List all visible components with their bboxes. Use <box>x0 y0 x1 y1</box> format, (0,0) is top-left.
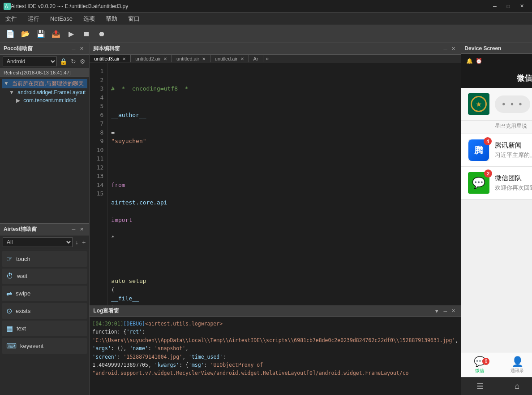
log-minimize-btn[interactable]: ─ <box>442 308 449 314</box>
menu-item-文件[interactable]: 文件 <box>0 13 22 25</box>
log-line-3: 'C:\\Users\\suyuchen\\AppData\\Local\\Te… <box>92 336 458 353</box>
poco-settings-btn[interactable]: ⚙ <box>79 57 86 66</box>
poco-refresh-info: Refresh:[2018-06-13 16:41:47] <box>0 69 89 77</box>
menubar: 文件运行NetEase选项帮助窗口 <box>0 13 532 25</box>
poco-lock-btn[interactable]: 🔒 <box>59 57 68 66</box>
close-tab-untitled-b[interactable]: ✕ <box>240 56 244 61</box>
code-content[interactable]: # -*- encoding=utf8 -*- __author__ = "su… <box>107 63 461 305</box>
airtest-filter-select[interactable]: All touch wait swipe <box>3 237 73 247</box>
log-content[interactable]: [04:39:01][DEBUG]<airtest.utils.logwrape… <box>90 317 461 395</box>
tencent-icon-letter: 腾 <box>474 144 483 156</box>
titlebar: A Airtest IDE v0.0.20 ~~ E:\untitled3.ai… <box>0 0 532 13</box>
record-button[interactable]: ⏺ <box>95 27 108 41</box>
editor-minimize-btn[interactable]: ─ <box>442 45 449 52</box>
phone-menu-btn[interactable]: ☰ <box>471 380 489 393</box>
log-panel-header: Log查看窗 ▼ ─ ✕ <box>90 305 461 317</box>
poco-refresh-btn[interactable]: ↻ <box>70 57 77 66</box>
airtest-item-keyevent[interactable]: ⌨ keyevent <box>2 338 87 354</box>
save-button[interactable]: 💾 <box>34 27 47 41</box>
airtest-close-btn[interactable]: ✕ <box>78 226 86 233</box>
run-button[interactable]: ▶ <box>64 27 78 41</box>
poco-minimize-btn[interactable]: ─ <box>70 45 77 52</box>
airtest-items-list: ☞ touch ⏱ wait ⇌ swipe ⊙ exists ▦ text ⌨… <box>0 249 89 395</box>
poco-panel-header: Poco辅助窗 ─ ✕ <box>0 43 89 55</box>
poco-panel-controls: ─ ✕ <box>70 45 86 52</box>
tab-ar[interactable]: Ar <box>249 55 263 62</box>
code-editor[interactable]: 1 2 3 4 5 6 7 8 9 10 11 12 13 14 15 # -*… <box>90 63 461 305</box>
exists-icon: ⊙ <box>6 307 12 315</box>
airtest-panel-title: Airtest辅助窗 <box>4 226 37 233</box>
status-left: 🔔 ⏰ <box>466 58 482 64</box>
airtest-item-text[interactable]: ▦ text <box>2 321 87 336</box>
phone-home-btn[interactable]: ⌂ <box>509 380 525 393</box>
tab-untitled2[interactable]: untitled2.air ✕ <box>131 55 172 62</box>
tab-untitled[interactable]: untitled.air ✕ <box>172 55 210 62</box>
tree-item-tencent[interactable]: ▶ com.tencent.mm:id/b6 <box>2 96 87 104</box>
close-tab-untitled2[interactable]: ✕ <box>163 56 167 61</box>
airtest-add-btn[interactable]: + <box>81 238 86 247</box>
poco-tree: ▼ 当前所在页面,与磨理沙的聊天 ▼ android.widget.FrameL… <box>0 77 89 223</box>
airtest-item-wait[interactable]: ⏱ wait <box>2 269 87 284</box>
editor-panel-header: 脚本编辑窗 ─ ✕ <box>90 43 461 55</box>
notification-icon: 🔔 <box>466 58 473 64</box>
minimize-button[interactable]: ─ <box>488 2 502 11</box>
wechat-bottom-nav: 💬 6 微信 👤 通讯录 🔵 发现 👤 ● 我 <box>461 352 532 377</box>
poco-platform-select[interactable]: Android iOS <box>3 56 57 66</box>
stop-button[interactable]: ⏹ <box>80 27 93 41</box>
open-file-button[interactable]: 📂 <box>19 27 32 41</box>
log-line-5: 1.4049999713897705, 'kwargs': {'msg': 'U… <box>92 361 458 369</box>
menu-item-选项[interactable]: 选项 <box>78 13 100 25</box>
log-line-1: [04:39:01][DEBUG]<airtest.utils.logwrape… <box>92 320 458 328</box>
menu-item-帮助[interactable]: 帮助 <box>100 13 123 25</box>
text-icon: ▦ <box>6 324 13 333</box>
log-close-btn[interactable]: ✕ <box>450 308 457 314</box>
log-filter-btn[interactable]: ▼ <box>433 308 441 314</box>
title-text: Airtest IDE v0.0.20 ~~ E:\untitled3.air\… <box>11 3 488 9</box>
editor-close-btn[interactable]: ✕ <box>450 45 457 52</box>
airtest-item-exists[interactable]: ⊙ exists <box>2 303 87 319</box>
wechat-item-team[interactable]: 2 💬 微信团队 欢迎你再次回到微信。如果你在使... 11:00 <box>461 167 532 200</box>
export-button[interactable]: 📤 <box>49 27 63 41</box>
menu-item-窗口[interactable]: 窗口 <box>123 13 145 25</box>
line-numbers: 1 2 3 4 5 6 7 8 9 10 11 12 13 14 15 <box>90 63 107 305</box>
airtest-minimize-btn[interactable]: ─ <box>70 226 77 233</box>
close-button[interactable]: ✕ <box>515 2 528 11</box>
menu-item-运行[interactable]: 运行 <box>22 13 45 25</box>
nav-item-wechat[interactable]: 💬 6 微信 <box>461 356 498 374</box>
starbucks-avatar: ★ <box>468 93 489 115</box>
wechat-item-tencent[interactable]: 4 腾 腾讯新闻 习近平主席的上合时间 14:55 <box>461 134 532 167</box>
editor-and-log: 脚本编辑窗 ─ ✕ untitled3.air ✕ untitled2.air … <box>90 43 461 395</box>
poco-panel: Poco辅助窗 ─ ✕ Android iOS 🔒 ↻ ⚙ Refresh:[2… <box>0 43 90 395</box>
new-file-button[interactable]: 📄 <box>4 27 17 41</box>
svg-text:A: A <box>5 4 8 9</box>
phone-screen: 🔔 ⏰ N 📶 ▲▲▲ 97% 🔋 16:41 微信(6) 🔍 <box>461 54 532 377</box>
phone-controls: ☰ ⌂ ◁ ⏻ <box>461 377 532 395</box>
poco-close-btn[interactable]: ✕ <box>78 45 86 52</box>
contacts-nav-icon: 👤 <box>511 356 523 368</box>
airtest-selector-row: All touch wait swipe ↓ + <box>0 235 89 249</box>
close-tab-untitled3[interactable]: ✕ <box>122 56 126 61</box>
wechat-title: 微信(6) <box>517 73 532 83</box>
airtest-item-touch[interactable]: ☞ touch <box>2 251 87 267</box>
window-controls: ─ □ ✕ <box>488 2 528 11</box>
maximize-button[interactable]: □ <box>502 2 515 11</box>
wechat-titlebar: 微信(6) 🔍 + <box>461 68 532 88</box>
log-line-6: "android.support.v7.widget.RecyclerView/… <box>92 369 458 377</box>
wechat-team-content: 微信团队 欢迎你再次回到微信。如果你在使... <box>495 174 532 192</box>
tencent-preview: 习近平主席的上合时间 <box>495 151 532 159</box>
log-line-2: function: {'ret': <box>92 328 458 336</box>
tencent-avatar: 4 腾 <box>468 139 489 161</box>
tab-more-btn[interactable]: » <box>263 55 272 63</box>
airtest-item-swipe[interactable]: ⇌ swipe <box>2 286 87 301</box>
menu-item-NetEase[interactable]: NetEase <box>45 13 78 24</box>
tab-untitled-b[interactable]: untitled.air ✕ <box>210 55 249 62</box>
tree-item-framelayout[interactable]: ▼ android.widget.FrameLayout <box>2 88 87 96</box>
tree-item-page[interactable]: ▼ 当前所在页面,与磨理沙的聊天 <box>2 79 87 88</box>
main-area: Poco辅助窗 ─ ✕ Android iOS 🔒 ↻ ⚙ Refresh:[2… <box>0 43 532 395</box>
nav-item-contacts[interactable]: 👤 通讯录 <box>498 356 532 374</box>
close-tab-untitled[interactable]: ✕ <box>202 56 206 61</box>
toolbar: 📄 📂 💾 📤 ▶ ⏹ ⏺ <box>0 25 532 43</box>
tab-untitled3[interactable]: untitled3.air ✕ <box>90 55 131 62</box>
phone-statusbar: 🔔 ⏰ N 📶 ▲▲▲ 97% 🔋 16:41 <box>461 54 532 68</box>
airtest-import-btn[interactable]: ↓ <box>74 238 79 247</box>
